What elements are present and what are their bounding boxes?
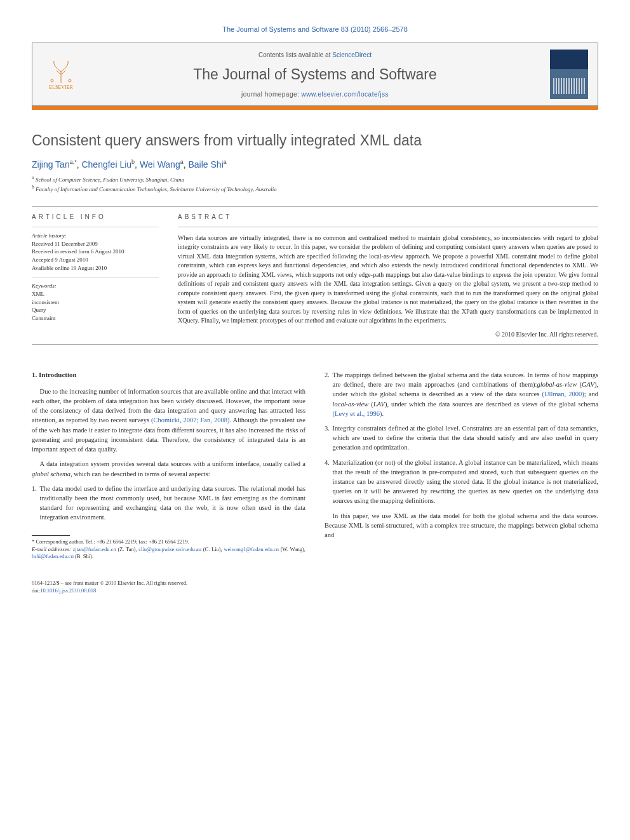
contents-available-line: Contents lists available at ScienceDirec… <box>80 51 550 58</box>
journal-title: The Journal of Systems and Software <box>80 66 550 83</box>
body-paragraph: In this paper, we use XML as the data mo… <box>325 511 598 540</box>
homepage-prefix: journal homepage: <box>241 91 302 98</box>
list-item: 1.The data model used to define the inte… <box>32 484 305 523</box>
front-matter-line: 0164-1212/$ – see front matter © 2010 El… <box>32 580 598 587</box>
emphasis: LAV <box>373 401 385 408</box>
abstract-block: abstract When data sources are virtually… <box>178 213 598 338</box>
journal-cover-thumbnail <box>550 50 588 99</box>
author-list: Zijing Tana,*, Chengfei Liub, Wei Wanga,… <box>32 159 598 170</box>
author-link[interactable]: Wei Wang <box>140 159 180 170</box>
history-line: Received in revised form 6 August 2010 <box>32 248 159 256</box>
journal-header-box: ELSEVIER Contents lists available at Sci… <box>32 43 598 106</box>
svg-point-0 <box>51 79 53 82</box>
keyword: Query <box>32 306 159 314</box>
list-item: 3.Integrity constraints defined at the g… <box>325 423 598 453</box>
sciencedirect-link[interactable]: ScienceDirect <box>332 51 372 58</box>
keywords-heading: Keywords: <box>32 283 159 289</box>
abstract-copyright: © 2010 Elsevier Inc. All rights reserved… <box>178 331 598 338</box>
elsevier-label: ELSEVIER <box>49 84 73 90</box>
author-link[interactable]: Baile Shi <box>189 159 224 170</box>
body-paragraph: Due to the increasing number of informat… <box>32 387 305 455</box>
article-info-block: article info Article history: Received 1… <box>32 213 159 338</box>
keyword: XML <box>32 290 159 298</box>
citation-link[interactable]: (Levy et al., 1996) <box>333 410 382 417</box>
author-affil-sup: a,* <box>70 159 77 165</box>
running-head: The Journal of Systems and Software 83 (… <box>32 25 598 33</box>
list-item: 4.Materialization (or not) of the global… <box>325 458 598 506</box>
history-line: Accepted 9 August 2010 <box>32 256 159 264</box>
corresponding-author-note: * Corresponding author. Tel.: +86 21 656… <box>32 538 305 546</box>
homepage-link[interactable]: www.elsevier.com/locate/jss <box>302 91 389 98</box>
list-item: 2.The mappings defined between the globa… <box>325 370 598 418</box>
keyword: Constraint <box>32 314 159 323</box>
citation-link[interactable]: (Chomicki, 2007; Fan, 2008) <box>151 417 229 423</box>
email-link[interactable]: zjtan@fudan.edu.cn <box>73 546 116 552</box>
email-link[interactable]: bshi@fudan.edu.cn <box>32 553 74 559</box>
emphasis: global schema <box>32 470 70 477</box>
affiliation-line: a School of Computer Science, Fudan Univ… <box>32 175 598 184</box>
affiliations: a School of Computer Science, Fudan Univ… <box>32 175 598 194</box>
separator-rule <box>32 344 598 345</box>
email-addresses: E-mail addresses: zjtan@fudan.edu.cn (Z.… <box>32 546 305 561</box>
author-link[interactable]: Chengfei Liu <box>81 159 131 170</box>
svg-point-1 <box>69 79 71 82</box>
emphasis: global-as-view <box>537 381 577 388</box>
citation-link[interactable]: (Ullman, 2000) <box>542 390 584 397</box>
bottom-metadata: 0164-1212/$ – see front matter © 2010 El… <box>32 580 598 595</box>
history-heading: Article history: <box>32 232 159 239</box>
homepage-line: journal homepage: www.elsevier.com/locat… <box>80 91 550 98</box>
emphasis: local-as-view <box>333 401 369 408</box>
section-heading: 1. Introduction <box>32 370 305 380</box>
elsevier-logo: ELSEVIER <box>42 54 80 95</box>
separator-rule <box>32 206 598 207</box>
footnote-rule <box>32 535 70 536</box>
contents-prefix: Contents lists available at <box>258 51 332 58</box>
doi-link[interactable]: 10.1016/j.jss.2010.08.018 <box>40 587 96 594</box>
history-line: Available online 19 August 2010 <box>32 264 159 272</box>
article-title: Consistent query answers from virtually … <box>32 132 598 149</box>
abstract-heading: abstract <box>178 213 598 220</box>
affiliation-line: b Faculty of Information and Communicati… <box>32 184 598 194</box>
body-paragraph: A data integration system provides sever… <box>32 459 305 478</box>
keyword: inconsistent <box>32 298 159 307</box>
email-link[interactable]: weiwang1@fudan.edu.cn <box>224 546 279 552</box>
author-affil-sup: a <box>224 159 227 165</box>
header-accent-rule <box>32 106 598 110</box>
doi-line: doi:10.1016/j.jss.2010.08.018 <box>32 587 598 595</box>
history-line: Received 11 December 2009 <box>32 240 159 248</box>
footnotes: * Corresponding author. Tel.: +86 21 656… <box>32 538 305 561</box>
author-link[interactable]: Zijing Tan <box>32 159 70 170</box>
email-link[interactable]: cliu@groupwise.swin.edu.au <box>138 546 201 552</box>
article-info-heading: article info <box>32 213 159 220</box>
abstract-text: When data sources are virtually integrat… <box>178 234 598 326</box>
elsevier-tree-icon <box>48 59 74 84</box>
emphasis: GAV <box>582 381 594 388</box>
